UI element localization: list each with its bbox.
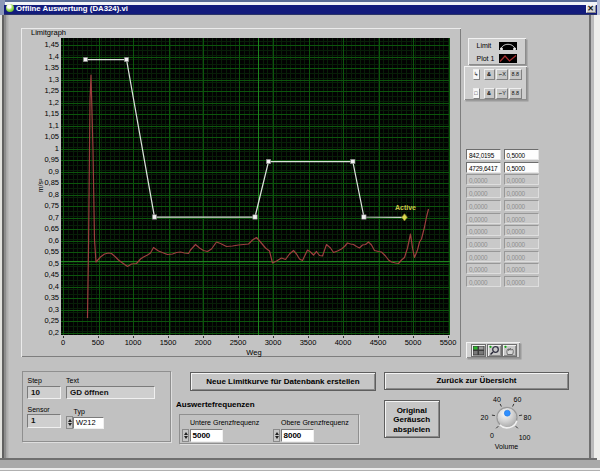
svg-text:Active: Active	[394, 204, 415, 211]
